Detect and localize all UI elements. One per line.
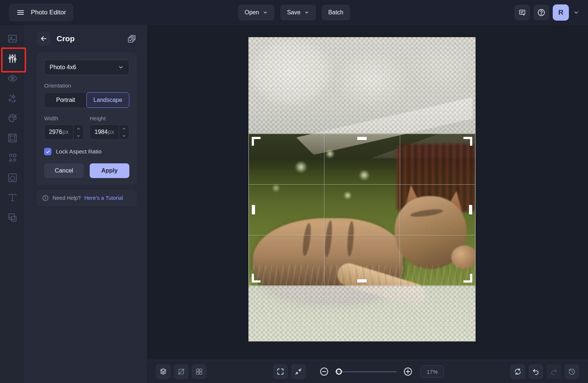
rail-item-effects[interactable]: [0, 88, 25, 108]
crop-preset-dropdown[interactable]: Photo 4x6: [44, 60, 129, 75]
orientation-label: Orientation: [44, 82, 129, 89]
height-step-down[interactable]: [119, 132, 129, 139]
fit-screen-button[interactable]: [291, 364, 306, 379]
bottom-left-tools: [156, 364, 207, 379]
image-icon: [7, 33, 18, 44]
zoom-in-icon[interactable]: [403, 366, 413, 377]
help-button[interactable]: [534, 5, 549, 20]
rail-item-touch-up[interactable]: [0, 68, 25, 88]
zoom-level-input[interactable]: 17%: [420, 365, 444, 378]
rail-item-graphics[interactable]: [0, 148, 25, 168]
height-stepper: [119, 125, 129, 139]
rail-item-frames[interactable]: [0, 128, 25, 148]
shapes-icon: [7, 152, 18, 163]
width-unit: px: [62, 129, 69, 135]
chevron-down-icon: [304, 10, 309, 15]
open-button[interactable]: Open: [238, 5, 275, 20]
feedback-button[interactable]: [514, 5, 530, 20]
reset-button[interactable]: [510, 364, 525, 379]
undo-button[interactable]: [528, 364, 543, 379]
transparency-checker-bottom: [248, 286, 476, 341]
batch-button[interactable]: Batch: [322, 5, 350, 20]
bottom-toolbar: 17%: [147, 360, 588, 383]
fit-screen-icon: [294, 368, 302, 376]
account-chevron-down-icon[interactable]: [573, 10, 579, 15]
frame-icon: [7, 132, 18, 143]
crop-handle-right[interactable]: [469, 205, 472, 214]
fullscreen-button[interactable]: [273, 364, 288, 379]
batch-apply-icon[interactable]: [127, 34, 137, 43]
transparency-checker-top: [248, 37, 476, 134]
crop-handle-bottom-right[interactable]: [463, 274, 472, 283]
height-field: 1984px: [90, 124, 129, 140]
height-step-up[interactable]: [119, 125, 129, 132]
zoom-slider[interactable]: [335, 371, 397, 372]
crop-handle-top-right[interactable]: [463, 137, 472, 146]
width-step-up[interactable]: [74, 125, 83, 132]
apply-button[interactable]: Apply: [90, 163, 129, 178]
avatar-initial: R: [558, 8, 563, 17]
avatar[interactable]: R: [553, 4, 569, 21]
back-button[interactable]: [37, 32, 51, 46]
lock-aspect-checkbox[interactable]: [44, 148, 51, 155]
rail-item-image-manager[interactable]: [0, 29, 25, 49]
crop-handle-top[interactable]: [357, 137, 367, 140]
history-button[interactable]: [564, 364, 579, 379]
rail-item-edit-active[interactable]: [0, 49, 25, 68]
landscape-button[interactable]: Landscape: [86, 92, 129, 108]
back-arrow-icon: [40, 35, 48, 43]
save-button[interactable]: Save: [280, 5, 316, 20]
crop-panel-header: Crop: [37, 32, 137, 46]
width-field: 2976px: [44, 124, 84, 140]
crop-handle-bottom-left[interactable]: [252, 274, 261, 283]
redo-icon: [550, 368, 558, 376]
rail-item-overlays[interactable]: [0, 208, 25, 227]
width-label: Width: [44, 115, 84, 121]
redo-button[interactable]: [546, 364, 561, 379]
crop-box[interactable]: [248, 134, 476, 286]
topbar-right: R: [514, 4, 579, 21]
zoom-slider-knob[interactable]: [336, 369, 342, 375]
height-input[interactable]: 1984px: [90, 125, 119, 139]
photo-canvas[interactable]: [248, 37, 476, 341]
zoom-out-icon[interactable]: [319, 366, 329, 377]
resize-canvas-button[interactable]: [174, 364, 189, 379]
crop-handle-top-left[interactable]: [252, 137, 261, 146]
rail-item-artsy[interactable]: [0, 108, 25, 128]
crop-handle-bottom[interactable]: [357, 279, 367, 283]
crop-handle-left[interactable]: [252, 205, 255, 214]
menu-icon[interactable]: [16, 8, 25, 17]
crop-panel: Crop Photo 4x6 Orientation Portrait Land…: [25, 25, 147, 383]
crop-preset-value: Photo 4x6: [50, 64, 76, 71]
history-tools: [510, 364, 579, 379]
help-text: Need Help?: [53, 195, 81, 201]
templates-button[interactable]: [192, 364, 207, 379]
crop-grid-line: [324, 134, 325, 286]
resize-canvas-icon: [177, 368, 185, 376]
main-menu-button[interactable]: Photo Editor: [9, 4, 74, 21]
width-step-down[interactable]: [74, 132, 83, 139]
topbar-actions: Open Save Batch: [238, 0, 350, 25]
zoom-controls: 17%: [273, 364, 444, 379]
tutorial-link[interactable]: Here's a Tutorial: [85, 195, 123, 201]
layers-button[interactable]: [156, 364, 171, 379]
rail-item-textures[interactable]: [0, 168, 25, 188]
overlap-squares-icon: [7, 212, 18, 223]
help-icon: [537, 8, 546, 17]
layers-icon: [159, 368, 167, 376]
cancel-button[interactable]: Cancel: [44, 163, 84, 178]
width-input[interactable]: 2976px: [44, 125, 73, 139]
templates-grid-icon: [195, 368, 203, 376]
rail-item-text[interactable]: [0, 188, 25, 208]
crop-grid-line: [249, 235, 475, 235]
top-bar: Photo Editor Open Save Batch: [0, 0, 588, 25]
height-label: Height: [90, 115, 129, 121]
feedback-icon: [518, 8, 526, 17]
text-icon: [7, 192, 18, 203]
width-stepper: [73, 125, 83, 139]
panel-title: Crop: [57, 34, 75, 43]
app-title: Photo Editor: [31, 9, 66, 16]
portrait-button[interactable]: Portrait: [44, 93, 87, 107]
lock-aspect-row[interactable]: Lock Aspect Ratio: [44, 148, 129, 155]
undo-icon: [532, 368, 540, 376]
